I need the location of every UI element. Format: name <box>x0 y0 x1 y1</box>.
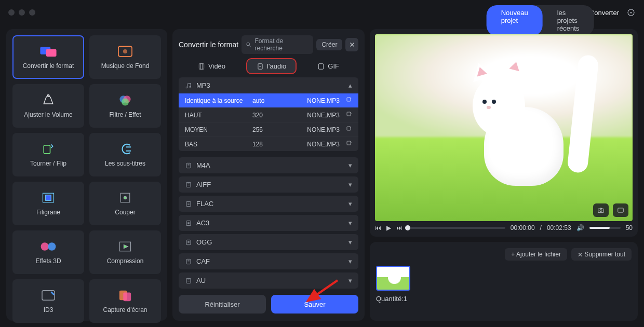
prev-button[interactable]: ⏮ <box>375 224 381 231</box>
preset-row[interactable]: Identique à la sourceautoNONE,MP3 <box>179 93 358 107</box>
chevron-down-icon: ▾ <box>348 277 352 284</box>
svg-point-36 <box>186 87 187 88</box>
svg-line-28 <box>249 45 250 46</box>
svg-point-21 <box>48 242 56 250</box>
format-group-au[interactable]: AU▾ <box>179 272 358 289</box>
tool-watermark[interactable]: Filigrane <box>12 182 84 225</box>
preset-bitrate: auto <box>252 97 284 104</box>
tab-new-project[interactable]: Nouveau projet <box>487 5 543 36</box>
tool-label: Filigrane <box>36 209 60 216</box>
music-icon <box>116 45 134 58</box>
add-file-button[interactable]: + Ajouter le fichier <box>505 248 567 261</box>
traffic-max[interactable] <box>29 9 35 16</box>
format-tab-gif[interactable]: GIF <box>308 59 348 73</box>
save-button-label: Sauver <box>304 301 325 308</box>
capture-icon <box>116 289 134 302</box>
create-format-button[interactable]: Créer <box>316 39 342 50</box>
svg-rect-24 <box>42 291 55 300</box>
watermark-icon <box>39 191 57 205</box>
edit-preset-icon[interactable] <box>346 140 352 148</box>
format-group-mp3-label: MP3 <box>196 81 210 89</box>
remove-all-button[interactable]: ⨯ Supprimer tout <box>571 248 632 261</box>
chevron-up-icon: ▴ <box>348 81 352 89</box>
edit-preset-icon[interactable] <box>346 97 352 104</box>
format-group-caf[interactable]: CAF▾ <box>179 253 358 269</box>
volume-icon <box>39 93 57 107</box>
preset-bitrate: 320 <box>252 112 284 119</box>
snapshot-button[interactable] <box>593 203 609 217</box>
svg-rect-51 <box>186 221 191 225</box>
tool-crop[interactable]: Couper <box>89 182 161 225</box>
preview-panel: ⏮ ▶ ⏭ 00:00:00 / 00:02:53 🔊 50 <box>370 29 638 237</box>
tool-id3[interactable]: ID3 <box>12 279 84 323</box>
edit-preset-icon[interactable] <box>346 111 352 119</box>
search-placeholder: Format de recherche <box>254 37 309 52</box>
format-group-label: AC3 <box>196 219 209 227</box>
seek-bar[interactable] <box>408 227 505 229</box>
svg-point-64 <box>600 210 602 212</box>
project-segmented: Nouveau projet les projets récents <box>487 5 594 36</box>
traffic-close[interactable] <box>8 9 15 16</box>
save-button[interactable]: Sauver <box>271 295 358 314</box>
svg-rect-48 <box>186 201 191 206</box>
format-group-mp3[interactable]: MP3 ▴ Identique à la sourceautoNONE,MP3H… <box>179 77 358 151</box>
tool-label: Tourner / Flip <box>30 160 66 167</box>
format-tab-video[interactable]: Vidéo <box>189 59 235 73</box>
files-panel: + Ajouter le fichier ⨯ Supprimer tout Qu… <box>370 242 638 321</box>
volume-icon[interactable]: 🔊 <box>576 224 584 231</box>
tool-convert[interactable]: Convertir le format <box>12 35 84 79</box>
tool-volume[interactable]: Ajuster le Volume <box>12 84 84 128</box>
video-preview[interactable] <box>375 34 633 221</box>
chevron-down-icon: ▾ <box>348 200 352 208</box>
preset-name: Identique à la source <box>185 97 252 104</box>
preset-row[interactable]: HAUT320NONE,MP3 <box>179 107 358 122</box>
fullscreen-button[interactable] <box>613 203 628 217</box>
preset-row[interactable]: BAS128NONE,MP3 <box>179 137 358 151</box>
tool-music[interactable]: Musique de Fond <box>89 35 161 79</box>
tool-3d[interactable]: Effets 3D <box>12 230 84 274</box>
chevron-down-icon: ▾ <box>348 238 352 246</box>
preset-row[interactable]: MOYEN256NONE,MP3 <box>179 122 358 137</box>
tool-label: Les sous-titres <box>105 160 145 167</box>
format-group-ogg[interactable]: OGG▾ <box>179 234 358 250</box>
format-group-m4a[interactable]: M4A▾ <box>179 157 358 173</box>
svg-point-20 <box>41 242 49 250</box>
svg-rect-38 <box>347 98 351 101</box>
svg-rect-65 <box>618 208 624 212</box>
play-button[interactable]: ▶ <box>386 224 391 231</box>
edit-preset-icon[interactable] <box>346 126 352 133</box>
reset-button[interactable]: Réinitialiser <box>179 295 266 314</box>
format-group-label: CAF <box>196 257 210 265</box>
tool-filter[interactable]: Filtre / Effet <box>89 84 161 128</box>
next-button[interactable]: ⏭ <box>396 224 403 231</box>
chevron-down-icon: ▾ <box>348 181 352 188</box>
tab-recent-projects[interactable]: les projets récents <box>543 5 594 36</box>
format-group-flac[interactable]: FLAC▾ <box>179 196 358 212</box>
chevron-down-icon: ▾ <box>348 219 352 227</box>
audio-format-icon <box>185 277 192 284</box>
tool-subtitle[interactable]: Les sous-titres <box>89 133 161 176</box>
svg-rect-45 <box>186 182 191 187</box>
preset-codec: NONE,MP3 <box>284 126 343 133</box>
svg-rect-26 <box>123 292 131 301</box>
rotate-icon <box>39 142 57 156</box>
svg-point-27 <box>247 43 250 46</box>
tool-compress[interactable]: Compression <box>89 230 161 274</box>
close-format-button[interactable] <box>345 38 358 51</box>
format-group-ac3[interactable]: AC3▾ <box>179 215 358 231</box>
collapse-icon[interactable] <box>626 8 636 17</box>
tool-capture[interactable]: Capture d'écran <box>89 279 161 323</box>
format-tab-audio[interactable]: l'audio <box>247 59 296 73</box>
file-thumbnail[interactable] <box>376 266 410 291</box>
tool-rotate[interactable]: Tourner / Flip <box>12 133 84 176</box>
audio-format-icon <box>185 239 192 246</box>
format-search[interactable]: Format de recherche <box>242 35 313 54</box>
volume-slider[interactable] <box>589 227 621 229</box>
svg-rect-15 <box>44 145 50 154</box>
format-group-aiff[interactable]: AIFF▾ <box>179 176 358 193</box>
crop-icon <box>116 191 134 205</box>
format-group-label: AU <box>196 277 206 284</box>
traffic-min[interactable] <box>19 9 25 16</box>
svg-rect-41 <box>347 141 351 145</box>
audio-format-icon <box>185 162 192 169</box>
